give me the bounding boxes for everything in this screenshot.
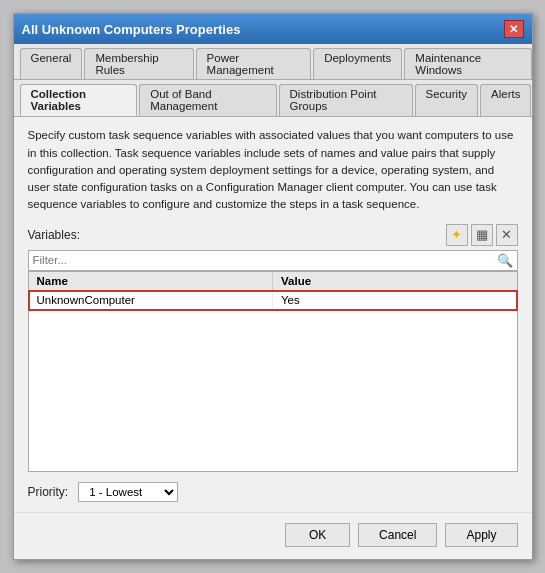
variables-section-header: Variables: ✦ ▦ ✕ — [28, 224, 518, 246]
tabs-row-1: General Membership Rules Power Managemen… — [14, 44, 532, 80]
tab-deployments[interactable]: Deployments — [313, 48, 402, 79]
col-value: Value — [273, 272, 517, 290]
tab-distribution-point-groups[interactable]: Distribution Point Groups — [279, 84, 413, 116]
filter-box: 🔍 — [28, 250, 518, 271]
table-row[interactable]: UnknownComputer Yes — [29, 291, 517, 310]
search-icon: 🔍 — [497, 253, 513, 268]
title-bar-buttons: ✕ — [504, 20, 524, 38]
table-header: Name Value — [29, 272, 517, 291]
tabs-row-2: Collection Variables Out of Band Managem… — [14, 80, 532, 117]
cell-value: Yes — [273, 291, 517, 309]
cell-name: UnknownComputer — [29, 291, 274, 309]
ok-button[interactable]: OK — [285, 523, 350, 547]
variables-toolbar: ✦ ▦ ✕ — [446, 224, 518, 246]
cancel-button[interactable]: Cancel — [358, 523, 437, 547]
add-variable-button[interactable]: ✦ — [446, 224, 468, 246]
tab-alerts[interactable]: Alerts — [480, 84, 531, 116]
apply-button[interactable]: Apply — [445, 523, 517, 547]
filter-input[interactable] — [33, 254, 497, 266]
table-body: UnknownComputer Yes — [29, 291, 517, 471]
priority-select[interactable]: 1 - Lowest 2 3 4 5 - Highest — [78, 482, 178, 502]
col-name: Name — [29, 272, 274, 290]
content-area: Specify custom task sequence variables w… — [14, 117, 532, 511]
tab-membership-rules[interactable]: Membership Rules — [84, 48, 193, 79]
delete-variable-button[interactable]: ✕ — [496, 224, 518, 246]
tab-power-management[interactable]: Power Management — [196, 48, 312, 79]
variables-label: Variables: — [28, 228, 80, 242]
main-window: All Unknown Computers Properties ✕ Gener… — [13, 13, 533, 559]
description-text: Specify custom task sequence variables w… — [28, 127, 518, 213]
tab-general[interactable]: General — [20, 48, 83, 79]
priority-label: Priority: — [28, 485, 69, 499]
tab-maintenance-windows[interactable]: Maintenance Windows — [404, 48, 531, 79]
close-button[interactable]: ✕ — [504, 20, 524, 38]
window-title: All Unknown Computers Properties — [22, 22, 241, 37]
variables-table: Name Value UnknownComputer Yes — [28, 271, 518, 472]
tab-collection-variables[interactable]: Collection Variables — [20, 84, 138, 116]
edit-variable-button[interactable]: ▦ — [471, 224, 493, 246]
button-row: OK Cancel Apply — [14, 512, 532, 559]
tab-out-of-band[interactable]: Out of Band Management — [139, 84, 276, 116]
title-bar: All Unknown Computers Properties ✕ — [14, 14, 532, 44]
priority-row: Priority: 1 - Lowest 2 3 4 5 - Highest — [28, 482, 518, 502]
tab-security[interactable]: Security — [415, 84, 479, 116]
